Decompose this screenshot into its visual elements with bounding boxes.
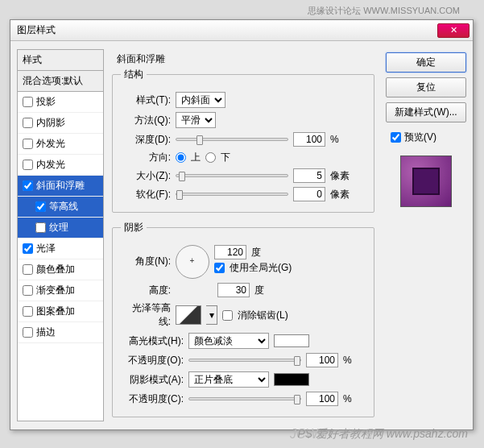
direction-label: 方向: bbox=[121, 151, 171, 164]
shadow-opacity-input[interactable] bbox=[306, 392, 338, 406]
checkbox-inner-glow[interactable] bbox=[23, 160, 33, 170]
checkbox-stroke[interactable] bbox=[23, 327, 33, 338]
depth-label: 深度(D): bbox=[121, 133, 171, 147]
shadow-opacity-unit: % bbox=[343, 393, 352, 404]
chevron-down-icon[interactable]: ▾ bbox=[206, 305, 217, 325]
shadow-color-swatch[interactable] bbox=[274, 373, 309, 386]
highlight-mode-select[interactable]: 颜色减淡 bbox=[188, 333, 269, 349]
gloss-contour-picker[interactable] bbox=[176, 305, 201, 325]
shading-group: 阴影 角度(N): + 度 使用全局光(G) bbox=[112, 221, 374, 417]
sidebar-item-stroke[interactable]: 描边 bbox=[18, 322, 103, 343]
angle-label: 角度(N): bbox=[121, 245, 171, 268]
soften-unit: 像素 bbox=[330, 188, 350, 201]
highlight-color-swatch[interactable] bbox=[274, 334, 309, 347]
sidebar-item-bevel[interactable]: 斜面和浮雕 bbox=[18, 176, 103, 197]
sidebar-item-satin[interactable]: 光泽 bbox=[18, 239, 103, 259]
preview-thumbnail bbox=[400, 156, 452, 207]
sidebar-item-gradient-overlay[interactable]: 渐变叠加 bbox=[18, 280, 103, 301]
sidebar-item-texture[interactable]: 纹理 bbox=[18, 218, 103, 239]
soften-label: 软化(F): bbox=[121, 188, 171, 201]
right-column: 确定 复位 新建样式(W)... 预览(V) bbox=[386, 49, 466, 421]
depth-input[interactable] bbox=[293, 132, 325, 147]
highlight-opacity-unit: % bbox=[343, 355, 352, 366]
angle-input[interactable] bbox=[214, 245, 246, 259]
direction-up-radio[interactable] bbox=[176, 152, 186, 163]
global-light-label: 使用全局光(G) bbox=[230, 261, 292, 275]
sidebar-header-blend[interactable]: 混合选项:默认 bbox=[18, 71, 103, 92]
checkbox-pattern-overlay[interactable] bbox=[23, 306, 33, 317]
sidebar-item-color-overlay[interactable]: 颜色叠加 bbox=[18, 259, 103, 280]
structure-legend: 结构 bbox=[121, 68, 147, 81]
global-light-checkbox[interactable] bbox=[214, 263, 225, 273]
checkbox-inner-shadow[interactable] bbox=[23, 118, 33, 128]
sidebar-header-style[interactable]: 样式 bbox=[18, 50, 103, 71]
size-slider[interactable] bbox=[176, 174, 288, 177]
close-button[interactable]: ✕ bbox=[437, 23, 470, 38]
checkbox-texture[interactable] bbox=[35, 222, 46, 233]
new-style-button[interactable]: 新建样式(W)... bbox=[386, 102, 466, 122]
preview-label: 预览(V) bbox=[404, 131, 436, 144]
method-select[interactable]: 平滑 bbox=[176, 112, 216, 128]
ok-button[interactable]: 确定 bbox=[386, 52, 466, 73]
highlight-opacity-input[interactable] bbox=[306, 353, 338, 367]
watermark-top: 思缘设计论坛 WWW.MISSYUAN.COM bbox=[308, 5, 460, 17]
checkbox-color-overlay[interactable] bbox=[23, 264, 33, 275]
main-panel: 斜面和浮雕 结构 样式(T): 内斜面 方法(Q): 平滑 深度(D): % bbox=[109, 49, 381, 421]
method-label: 方法(Q): bbox=[121, 114, 171, 127]
soften-input[interactable] bbox=[293, 187, 325, 201]
angle-unit: 度 bbox=[251, 246, 261, 259]
checkbox-gradient-overlay[interactable] bbox=[23, 285, 33, 296]
layer-style-dialog: 图层样式 ✕ 样式 混合选项:默认 投影 内阴影 外发光 内发光 斜面和浮雕 等… bbox=[10, 19, 474, 430]
sidebar-item-drop-shadow[interactable]: 投影 bbox=[18, 92, 103, 113]
shading-legend: 阴影 bbox=[121, 221, 147, 234]
sidebar-item-outer-glow[interactable]: 外发光 bbox=[18, 134, 103, 155]
highlight-mode-label: 高光模式(H): bbox=[121, 334, 184, 348]
dialog-title: 图层样式 bbox=[14, 23, 437, 37]
titlebar: 图层样式 ✕ bbox=[10, 20, 473, 41]
preview-checkbox[interactable] bbox=[391, 132, 401, 143]
antialias-checkbox[interactable] bbox=[222, 310, 233, 321]
sidebar-item-pattern-overlay[interactable]: 图案叠加 bbox=[18, 301, 103, 322]
checkbox-bevel[interactable] bbox=[23, 180, 33, 191]
checkbox-drop-shadow[interactable] bbox=[23, 97, 33, 107]
sidebar-item-inner-glow[interactable]: 内发光 bbox=[18, 155, 103, 176]
section-title: 斜面和浮雕 bbox=[117, 52, 374, 66]
altitude-input[interactable] bbox=[217, 283, 250, 297]
style-label: 样式(T): bbox=[121, 93, 171, 107]
depth-slider[interactable] bbox=[176, 138, 288, 141]
angle-wheel[interactable]: + bbox=[176, 245, 209, 279]
shadow-mode-label: 阴影模式(A): bbox=[121, 373, 184, 387]
depth-unit: % bbox=[330, 134, 339, 145]
checkbox-contour[interactable] bbox=[35, 201, 46, 212]
shadow-opacity-slider[interactable] bbox=[188, 397, 301, 400]
cancel-button[interactable]: 复位 bbox=[386, 77, 466, 97]
antialias-label: 消除锯齿(L) bbox=[238, 309, 288, 322]
size-label: 大小(Z): bbox=[121, 169, 171, 183]
checkbox-outer-glow[interactable] bbox=[23, 139, 33, 149]
shadow-opacity-label: 不透明度(C): bbox=[121, 392, 184, 406]
style-select[interactable]: 内斜面 bbox=[176, 92, 225, 108]
direction-down-radio[interactable] bbox=[205, 152, 216, 163]
checkbox-satin[interactable] bbox=[23, 243, 33, 254]
structure-group: 结构 样式(T): 内斜面 方法(Q): 平滑 深度(D): % 方向: bbox=[112, 68, 374, 213]
altitude-unit: 度 bbox=[254, 284, 264, 297]
style-list: 样式 混合选项:默认 投影 内阴影 外发光 内发光 斜面和浮雕 等高线 纹理 光… bbox=[17, 49, 104, 421]
sidebar-item-contour[interactable]: 等高线 bbox=[18, 197, 103, 218]
sidebar-item-inner-shadow[interactable]: 内阴影 bbox=[18, 113, 103, 134]
highlight-opacity-slider[interactable] bbox=[188, 359, 301, 362]
shadow-mode-select[interactable]: 正片叠底 bbox=[188, 371, 269, 388]
gloss-contour-label: 光泽等高线: bbox=[121, 301, 171, 329]
highlight-opacity-label: 不透明度(O): bbox=[121, 354, 184, 367]
altitude-label: 高度: bbox=[121, 284, 171, 297]
crosshair-icon: + bbox=[189, 256, 194, 265]
soften-slider[interactable] bbox=[176, 193, 288, 196]
size-input[interactable] bbox=[293, 168, 325, 183]
size-unit: 像素 bbox=[330, 169, 350, 183]
